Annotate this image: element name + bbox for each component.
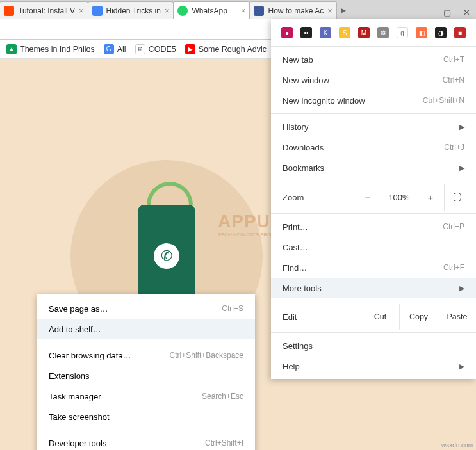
close-icon[interactable]: × [241,6,246,15]
ext-icon[interactable]: g [397,27,408,38]
tab-label: Hidden Tricks in [106,6,161,15]
menu-label: Help [283,362,300,371]
ext-icon[interactable]: •• [300,27,312,38]
shortcut: Ctrl+J [444,143,464,152]
whatsapp-icon [177,6,188,16]
shortcut: Search+Esc [202,392,243,401]
menu-new-incognito[interactable]: New incognito window Ctrl+Shift+N [271,90,476,111]
paste-button[interactable]: Paste [438,304,476,330]
close-icon[interactable]: × [327,6,332,15]
gdocs-icon [92,6,103,16]
close-icon[interactable]: × [165,6,170,15]
close-window-button[interactable]: ✕ [457,5,476,19]
gear-icon[interactable]: ✲ [377,27,389,38]
ext-icon[interactable]: ◑ [435,27,447,38]
bookmark-item[interactable]: G All [104,44,126,54]
shortcut: Ctrl+F [443,263,464,272]
youtube-icon: ▶ [185,44,195,54]
menu-downloads[interactable]: Downloads Ctrl+J [271,137,476,157]
menu-label: Task manager [49,392,101,401]
submenu-save-page[interactable]: Save page as… Ctrl+S [37,298,255,319]
tab-strip: Tutorial: Install V × Hidden Tricks in ×… [0,0,476,19]
zoom-value: 100% [381,193,417,202]
menu-label: More tools [283,284,322,293]
ext-icon[interactable]: K [320,27,331,38]
ext-icon[interactable]: ■ [454,27,466,38]
submenu-arrow-icon: ▶ [459,284,464,293]
bookmark-item[interactable]: ▲ Themes in Ind Philos [6,44,95,54]
ext-icon[interactable]: S [339,27,350,38]
menu-new-tab[interactable]: New tab Ctrl+T [271,49,476,70]
menu-label: Bookmarks [283,163,324,173]
bookmark-label: All [117,45,126,54]
minimize-button[interactable]: — [418,5,438,19]
separator [271,213,476,214]
menu-new-window[interactable]: New window Ctrl+N [271,70,476,90]
submenu-arrow-icon: ▶ [459,123,464,131]
edit-label: Edit [271,312,361,322]
shortcut: Ctrl+P [443,222,464,231]
tab-label: Tutorial: Install V [18,6,75,15]
ext-icon[interactable]: M [358,27,370,38]
separator [271,332,476,333]
google-icon: G [104,44,114,54]
menu-label: Save page as… [49,304,108,314]
shortcut: Ctrl+Shift+I [205,438,243,447]
submenu-add-to-shelf[interactable]: Add to shelf… [37,319,255,339]
window-controls: — ▢ ✕ [418,5,476,19]
menu-label: Extensions [49,371,90,381]
menu-label: Settings [283,341,313,351]
tab-label: WhatsApp [192,6,236,15]
separator [37,430,255,430]
menu-bookmarks[interactable]: Bookmarks ▶ [271,157,476,178]
menu-print[interactable]: Print… Ctrl+P [271,216,476,237]
tab-hidden-tricks[interactable]: Hidden Tricks in × [88,1,174,19]
reddit-icon [4,6,14,16]
bookmark-item[interactable]: ▶ Some Rough Advic [185,44,267,54]
menu-edit-row: Edit Cut Copy Paste [271,304,476,330]
bookmark-label: Themes in Ind Philos [20,45,95,54]
submenu-arrow-icon: ▶ [459,164,464,172]
image-credit: wsxdn.com [441,442,473,449]
submenu-clear-browsing-data[interactable]: Clear browsing data… Ctrl+Shift+Backspac… [37,345,255,366]
copy-button[interactable]: Copy [399,304,438,330]
menu-cast[interactable]: Cast… [271,237,476,257]
maximize-button[interactable]: ▢ [438,5,457,19]
ext-icon[interactable]: ◧ [416,27,427,38]
menu-settings[interactable]: Settings [271,335,476,356]
more-tools-submenu: Save page as… Ctrl+S Add to shelf… Clear… [37,294,255,450]
tab-whatsapp[interactable]: WhatsApp × [173,1,250,19]
tab-label: How to make Ac [268,6,324,15]
submenu-task-manager[interactable]: Task manager Search+Esc [37,386,255,406]
menu-label: Clear browsing data… [49,351,131,360]
fullscreen-icon[interactable]: ⛶ [444,184,470,211]
zoom-label: Zoom [283,193,354,202]
tab-how-to[interactable]: How to make Ac × [249,1,336,19]
separator [271,113,476,114]
menu-label: History [283,122,308,132]
shortcut: Ctrl+Shift+N [423,96,464,105]
menu-more-tools[interactable]: More tools ▶ [271,278,476,298]
chrome-main-menu: ● •• K S M ✲ g ◧ ◑ ■ New tab Ctrl+T New … [271,19,476,379]
menu-find[interactable]: Find… Ctrl+F [271,257,476,278]
new-tab-button[interactable]: ▸ [337,1,350,19]
tab-tutorial[interactable]: Tutorial: Install V × [0,1,88,19]
menu-label: New window [283,76,329,85]
shortcut: Ctrl+Shift+Backspace [170,351,243,360]
bookmark-item[interactable]: 🗎 CODE5 [135,44,176,54]
zoom-in-button[interactable]: + [417,192,444,203]
menu-label: Developer tools [49,438,106,448]
submenu-developer-tools[interactable]: Developer tools Ctrl+Shift+I [37,433,255,450]
extensions-row: ● •• K S M ✲ g ◧ ◑ ■ [271,19,476,44]
submenu-take-screenshot[interactable]: Take screenshot [37,406,255,427]
cut-button[interactable]: Cut [361,304,399,330]
separator [37,342,255,342]
close-icon[interactable]: × [79,6,84,15]
separator [271,301,476,301]
menu-history[interactable]: History ▶ [271,117,476,137]
menu-help[interactable]: Help ▶ [271,356,476,376]
ext-icon[interactable]: ● [281,27,293,38]
menu-label: Add to shelf… [49,325,101,334]
zoom-out-button[interactable]: − [354,192,381,203]
submenu-extensions[interactable]: Extensions [37,366,255,386]
